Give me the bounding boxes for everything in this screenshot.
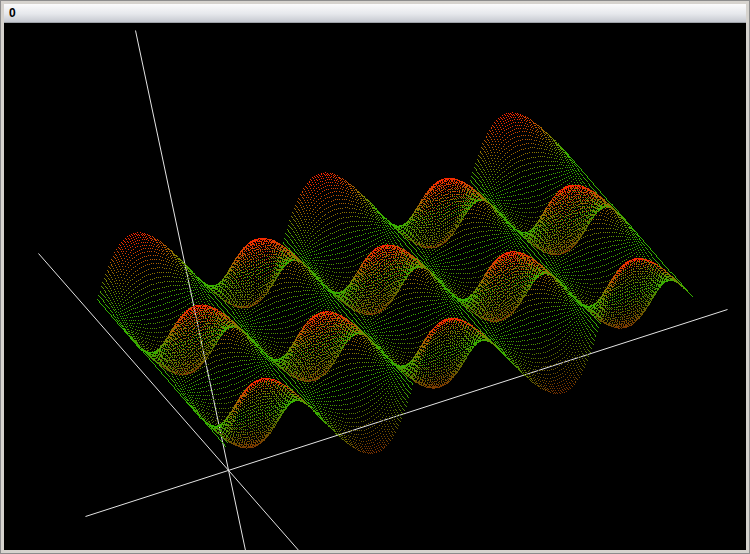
window-title: 0 [9, 7, 16, 19]
surface-plot-canvas[interactable] [4, 23, 746, 550]
app-window: 0 [0, 0, 750, 554]
window-titlebar[interactable]: 0 [4, 4, 746, 23]
